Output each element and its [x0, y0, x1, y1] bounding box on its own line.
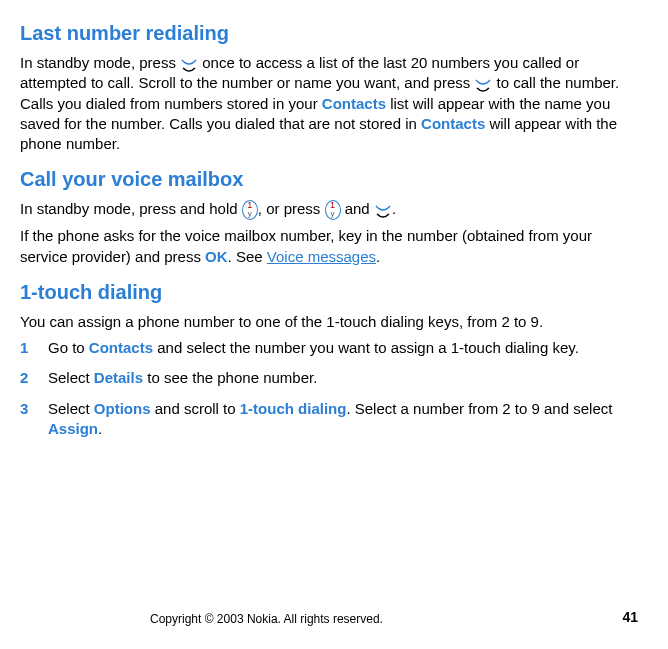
- text: to see the phone number.: [143, 369, 317, 386]
- call-key-icon: [374, 203, 392, 217]
- text: , or press: [258, 200, 325, 217]
- list-item: 2 Select Details to see the phone number…: [20, 368, 638, 388]
- text: . See: [228, 248, 267, 265]
- term-contacts: Contacts: [421, 115, 485, 132]
- step-number: 1: [20, 338, 28, 358]
- term-contacts: Contacts: [322, 95, 386, 112]
- copyright-text: Copyright © 2003 Nokia. All rights reser…: [150, 611, 383, 627]
- term-details: Details: [94, 369, 143, 386]
- link-voice-messages[interactable]: Voice messages: [267, 248, 376, 265]
- step-number: 2: [20, 368, 28, 388]
- text: .: [392, 200, 396, 217]
- term-options: Options: [94, 400, 151, 417]
- paragraph-voicemail-2: If the phone asks for the voice mailbox …: [20, 226, 638, 267]
- paragraph-onetouch-intro: You can assign a phone number to one of …: [20, 312, 638, 332]
- text: Go to: [48, 339, 89, 356]
- text: .: [376, 248, 380, 265]
- text: and select the number you want to assign…: [153, 339, 579, 356]
- heading-1-touch-dialing: 1-touch dialing: [20, 279, 638, 306]
- call-key-icon: [180, 57, 198, 71]
- term-1-touch-dialing: 1-touch dialing: [240, 400, 347, 417]
- list-item: 1 Go to Contacts and select the number y…: [20, 338, 638, 358]
- text: and scroll to: [151, 400, 240, 417]
- key-1-icon: 1y: [325, 200, 341, 220]
- text: . Select a number from 2 to 9 and select: [346, 400, 612, 417]
- text: and: [341, 200, 374, 217]
- call-key-icon: [474, 77, 492, 91]
- paragraph-redial: In standby mode, press once to access a …: [20, 53, 638, 154]
- heading-call-voice-mailbox: Call your voice mailbox: [20, 166, 638, 193]
- page-number: 41: [622, 608, 638, 627]
- text: In standby mode, press and hold: [20, 200, 242, 217]
- list-item: 3 Select Options and scroll to 1-touch d…: [20, 399, 638, 440]
- key-bot: y: [326, 210, 340, 218]
- paragraph-voicemail-1: In standby mode, press and hold 1y, or p…: [20, 199, 638, 220]
- step-number: 3: [20, 399, 28, 419]
- term-contacts: Contacts: [89, 339, 153, 356]
- key-1-icon: 1y: [242, 200, 258, 220]
- term-ok: OK: [205, 248, 228, 265]
- key-bot: y: [243, 210, 257, 218]
- text: Select: [48, 400, 94, 417]
- term-assign: Assign: [48, 420, 98, 437]
- text: In standby mode, press: [20, 54, 180, 71]
- steps-list: 1 Go to Contacts and select the number y…: [20, 338, 638, 439]
- heading-last-number-redialing: Last number redialing: [20, 20, 638, 47]
- text: .: [98, 420, 102, 437]
- text: Select: [48, 369, 94, 386]
- page-footer: Copyright © 2003 Nokia. All rights reser…: [0, 608, 638, 627]
